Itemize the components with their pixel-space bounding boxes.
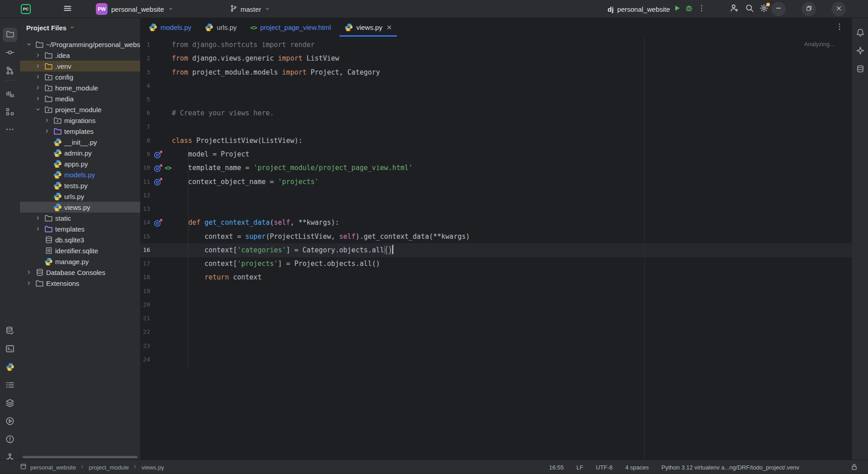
tree-item-templates[interactable]: templates [20, 126, 140, 137]
restore-button[interactable] [802, 2, 816, 16]
line-number[interactable]: 5 [140, 93, 150, 106]
line-number[interactable]: 2 [140, 52, 150, 65]
line-separator-widget[interactable]: LF [576, 464, 583, 471]
django-gutter-icon[interactable] [153, 161, 164, 175]
line-number[interactable]: 14 [140, 216, 150, 229]
line-number[interactable]: 9 [140, 147, 150, 161]
project-panel-header[interactable]: Project Files [26, 22, 75, 33]
code-line[interactable]: from project_module.models import Projec… [172, 66, 380, 79]
tree-item--idea[interactable]: .idea [20, 50, 140, 61]
tree-item-migrations[interactable]: migrations [20, 115, 140, 126]
code-line[interactable]: return context [172, 270, 262, 284]
tree-item-views-py[interactable]: views.py [20, 202, 140, 213]
line-number[interactable]: 15 [140, 230, 150, 243]
tab-models-py[interactable]: models.py [142, 18, 198, 37]
code-line[interactable]: # Create your views here. [172, 106, 274, 120]
line-number[interactable]: 1 [140, 38, 150, 52]
close-button[interactable] [831, 2, 846, 16]
problems-toolwindow-button[interactable] [3, 433, 17, 447]
line-number[interactable]: 22 [140, 325, 150, 339]
code-line[interactable]: model = Project [172, 147, 250, 161]
line-number[interactable]: 23 [140, 339, 150, 353]
line-number[interactable]: 11 [140, 175, 150, 189]
minimize-button[interactable] [771, 2, 786, 16]
todo-toolwindow-button[interactable] [3, 379, 17, 393]
tab-views-py[interactable]: views.py✕ [338, 18, 399, 37]
python-console-toolwindow-button[interactable] [3, 360, 17, 375]
commit-toolwindow-button[interactable] [3, 46, 17, 61]
line-number[interactable]: 4 [140, 79, 150, 93]
tree-item-extensions[interactable]: Extensions [20, 278, 140, 289]
chevron-down-icon[interactable] [34, 105, 42, 114]
line-number[interactable]: 10 [140, 161, 150, 175]
tree-item-config[interactable]: config [20, 71, 140, 82]
breadcrumb-item[interactable]: project_module [89, 464, 129, 471]
tree-item--programming-personal-website[interactable]: ~/Programming/personal_website [20, 39, 140, 50]
tree-item-database-consoles[interactable]: Database Consoles [20, 267, 140, 278]
line-number[interactable]: 18 [140, 270, 150, 284]
line-number[interactable]: 21 [140, 312, 150, 325]
interpreter-widget[interactable]: Python 3.12 virtualenv a...ng/DRF/todo_p… [661, 464, 799, 471]
notifications-toolwindow-button[interactable] [853, 26, 868, 41]
line-number[interactable]: 3 [140, 66, 150, 79]
tree-item-admin-py[interactable]: admin.py [20, 147, 140, 158]
database-toolwindow-button[interactable] [853, 62, 868, 77]
services-toolwindow-button[interactable] [3, 397, 17, 411]
terminal-toolwindow-button[interactable] [3, 342, 17, 357]
code-line[interactable]: context_object_name = 'projects' [172, 175, 319, 189]
tree-item--venv[interactable]: .venv [20, 61, 140, 71]
tab-urls-py[interactable]: urls.py [198, 18, 243, 37]
line-number[interactable]: 16 [140, 243, 150, 257]
chevron-right-icon[interactable] [34, 62, 42, 70]
code-line[interactable]: def get_context_data(self, **kwargs): [172, 216, 339, 229]
code-line[interactable]: from django.shortcuts import render [172, 38, 315, 52]
indent-widget[interactable]: 4 spaces [625, 464, 649, 471]
settings-button[interactable] [757, 2, 771, 16]
chevron-right-icon[interactable] [34, 51, 42, 59]
tree-item-media[interactable]: media [20, 93, 140, 104]
project-widget[interactable]: PW personal_website [96, 0, 174, 18]
vcs-branch-widget[interactable]: master [230, 0, 270, 18]
code-line[interactable]: from django.views.generic import ListVie… [172, 52, 339, 65]
chevron-right-icon[interactable] [34, 214, 42, 222]
tree-item-project-module[interactable]: project_module [20, 104, 140, 115]
code-line[interactable]: template_name = 'project_module/project_… [172, 161, 413, 175]
chevron-right-icon[interactable] [34, 95, 42, 103]
line-number[interactable]: 8 [140, 134, 150, 147]
line-number[interactable]: 24 [140, 353, 150, 366]
more-horizontal-toolwindow-button[interactable] [3, 123, 17, 137]
django-structure-toolwindow-button[interactable]: dj [3, 87, 17, 102]
tree-item--init-py[interactable]: __init__.py [20, 137, 140, 147]
template-gutter-icon[interactable]: <> [165, 161, 171, 175]
breadcrumb-item[interactable]: views.py [142, 464, 164, 471]
database-check-toolwindow-button[interactable] [3, 324, 17, 339]
breadcrumb-item[interactable]: personal_website [30, 464, 76, 471]
cursor-position-widget[interactable]: 16:55 [549, 464, 564, 471]
chevron-right-icon[interactable] [34, 73, 42, 81]
chevron-right-icon[interactable] [25, 279, 33, 287]
chevron-down-icon[interactable] [25, 40, 33, 48]
main-menu-button[interactable] [63, 0, 72, 18]
line-number[interactable]: 20 [140, 298, 150, 312]
line-number[interactable]: 12 [140, 189, 150, 202]
code-line[interactable]: context['categories'] = Category.objects… [172, 243, 393, 257]
ai-assistant-toolwindow-button[interactable] [853, 44, 868, 59]
chevron-right-icon[interactable] [43, 116, 51, 124]
chevron-right-icon[interactable] [34, 84, 42, 92]
code-line[interactable]: context['projects'] = Project.objects.al… [172, 257, 380, 270]
code-editor[interactable]: 1from django.shortcuts import render2fro… [140, 37, 852, 460]
code-line[interactable]: context = super(ProjectListView, self).g… [172, 230, 470, 243]
code-with-me-button[interactable] [727, 2, 741, 16]
tab-project-page-view-html[interactable]: <>project_page_view.html [244, 18, 338, 37]
line-number[interactable]: 6 [140, 106, 150, 120]
encoding-widget[interactable]: UTF-8 [596, 464, 613, 471]
readonly-lock-icon[interactable] [850, 463, 858, 472]
tree-item-manage-py[interactable]: manage.py [20, 256, 140, 267]
line-number[interactable]: 19 [140, 284, 150, 298]
tree-item-urls-py[interactable]: urls.py [20, 191, 140, 202]
tree-item-db-sqlite3[interactable]: db.sqlite3 [20, 234, 140, 245]
tree-item-templates[interactable]: templates [20, 223, 140, 234]
chevron-right-icon[interactable] [25, 268, 33, 276]
code-line[interactable]: class ProjectListView(ListView): [172, 134, 302, 147]
pull-requests-toolwindow-button[interactable] [3, 64, 17, 79]
